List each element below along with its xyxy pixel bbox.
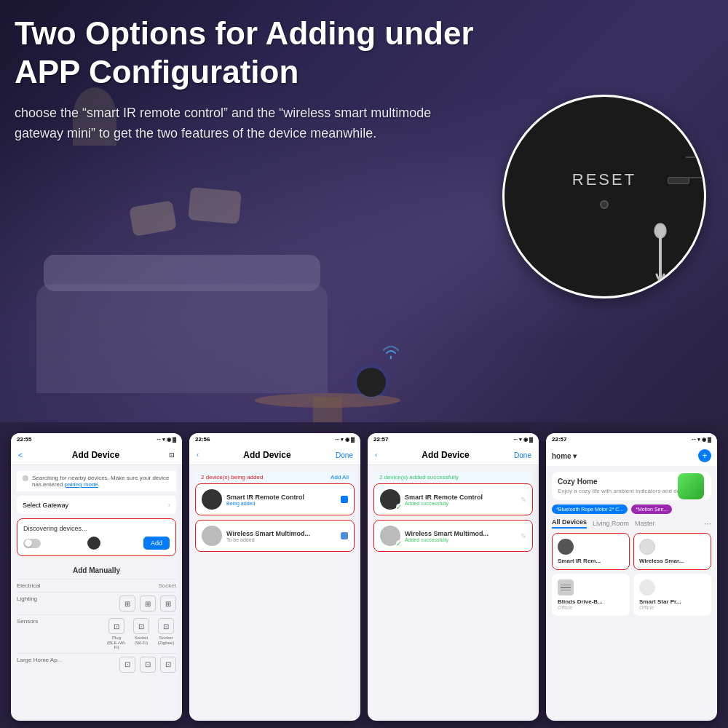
large-appliance-label: Large Home Ap... [17,657,62,663]
phone3-back-icon[interactable]: ‹ [375,451,377,459]
blinds-status: Offline [558,605,624,610]
phone1-scan[interactable]: ⊡ [169,451,175,459]
check-icon-1: ✓ [396,504,402,511]
phone2-adding-text: 2 device(s) being added [201,474,263,480]
discovering-text: Discovering devices... [23,525,170,532]
wireless-smart-icon [639,539,655,555]
light-icon-1[interactable]: ⊞ [119,596,135,612]
sensors-items: ⊡ Plug (BLE+Wi-Fi) ⊡ Socket (Wi-Fi) ⊡ So… [106,618,176,650]
chevron-right-icon: › [168,501,170,509]
phone-4: 22:57 ··· ▾ ◉ ▓ home ▾ + Cozy Home Enjoy… [546,433,717,721]
scene-thumbnail [678,473,704,499]
toggle-switch[interactable] [23,539,41,548]
phone3-device-2[interactable]: ✓ Wireless Smart Multimod... Added succe… [373,520,533,552]
smart-star-name: Smart Star Pr... [639,598,705,605]
socket-wifi-icon: ⊡ [133,618,149,634]
home-location[interactable]: home ▾ [552,452,577,460]
phone3-done[interactable]: Done [514,451,531,459]
socket-wifi-item[interactable]: ⊡ Socket (Wi-Fi) [131,618,151,650]
phone3-device-1-status: Added successfully [405,501,516,506]
smart-ir-card[interactable]: Smart IR Rem... [552,533,630,570]
smart-ir-icon [558,539,574,555]
phone1-select-gateway[interactable]: Select Gateway › [17,496,176,514]
page-title: Two Options for Adding under APP Configu… [15,15,480,92]
phone3-status-bar: 22:57 ··· ▾ ◉ ▓ [368,433,539,446]
pin-icon [638,216,682,289]
plug-ble-label: Plug (BLE+Wi-Fi) [106,636,127,650]
phone3-device-1-icon-wrap: ✓ [380,489,400,510]
tab-all-devices[interactable]: All Devices [552,518,587,529]
filter-chips: *Bluetooth Rope Motor 2* C... *Motion Se… [552,505,711,514]
phone2-device-2[interactable]: Wireless Smart Multimod... To be added [195,520,355,552]
phone3-device-1[interactable]: ✓ Smart IR Remote Control Added successf… [373,483,533,515]
phone2-back-icon[interactable]: ‹ [197,451,199,459]
tab-master[interactable]: Master [635,520,655,527]
phone-2: 22:56 ··· ▾ ◉ ▓ ‹ Add Device Done 2 devi… [189,433,360,721]
socket-zigbee-item[interactable]: ⊡ Socket (Zigbee) [156,618,176,650]
blinds-card[interactable]: Blinds Drive-B... Offline [552,574,630,616]
phone2-header: ‹ Add Device Done [189,446,360,465]
phone1-back[interactable]: < [18,451,23,459]
edit-icon-2[interactable]: ✎ [521,532,526,540]
phone4-status-icons: ··· ▾ ◉ ▓ [692,437,711,443]
phone1-title: Add Device [72,450,119,460]
smart-device [357,368,386,397]
lighting-label: Lighting [17,596,46,602]
device-2-status: To be added [226,537,336,542]
phone4-time: 22:57 [552,436,566,443]
motion-sensor-chip[interactable]: *Motion Sen... [631,505,672,514]
phone2-status-bar: 22:56 ··· ▾ ◉ ▓ [189,433,360,446]
light-icon-2[interactable]: ⊞ [140,596,156,612]
wifi-icon [379,339,404,364]
phone2-content: 2 device(s) being added Add All Smart IR… [189,465,360,562]
light-icon-3[interactable]: ⊞ [160,596,176,612]
page-subtitle: choose the “smart IR remote control” and… [15,103,480,145]
select-gateway-label: Select Gateway [23,502,68,509]
phone3-device-2-status: Added successfully [405,537,516,542]
socket-zigbee-icon: ⊡ [158,618,174,634]
phone3-device-2-icon-wrap: ✓ [380,526,400,546]
add-device-plus[interactable]: + [698,449,711,462]
phone2-device-1[interactable]: Smart IR Remote Control Being added [195,483,355,515]
plug-ble-item[interactable]: ⊡ Plug (BLE+Wi-Fi) [106,618,127,650]
text-overlay: Two Options for Adding under APP Configu… [15,15,480,144]
phone3-success-text: 2 device(s) added successfully [379,474,459,480]
device-1-action [341,496,348,503]
lighting-category: Lighting ⊞ ⊞ ⊞ [17,592,176,614]
wireless-smart-card[interactable]: Wireless Smar... [633,533,711,570]
more-tabs-icon[interactable]: ··· [704,518,711,529]
bluetooth-motor-chip[interactable]: *Bluetooth Rope Motor 2* C... [552,505,628,514]
edit-icon-1[interactable]: ✎ [521,496,526,504]
smart-star-card[interactable]: Smart Star Pr... Offline [633,574,711,616]
pairing-link[interactable]: pairing mode [64,481,98,488]
sensors-category: Sensors ⊡ Plug (BLE+Wi-Fi) ⊡ Socket (Wi-… [17,614,176,653]
device-2-action [341,532,348,539]
wireless-smart-name: Wireless Smar... [639,558,705,564]
phone2-done[interactable]: Done [336,451,353,459]
phone3-status-icons: ··· ▾ ◉ ▓ [513,437,533,443]
device-2-name: Wireless Smart Multimod... [226,530,336,537]
check-icon-2: ✓ [396,540,402,547]
tab-living-room[interactable]: Living Room [593,520,629,527]
magnifier-circle: RESET [502,95,706,298]
phone4-home-header: home ▾ + [546,446,717,466]
large-appliance-category: Large Home Ap... ⊡ ⊡ ⊡ [17,653,176,676]
phone3-header: ‹ Add Device Done [368,446,539,465]
phones-section: 22:55 ··· ▾ ◉ ▓ < Add Device ⊡ Searching… [0,422,728,728]
device-2-icon [202,526,222,546]
smart-star-icon [639,579,655,596]
reset-hole [600,200,609,209]
phone1-time: 22:55 [17,436,31,443]
add-button[interactable]: Add [143,537,170,550]
device-1-icon [202,489,222,510]
lighting-items: ⊞ ⊞ ⊞ [119,596,176,612]
add-all-button[interactable]: Add All [331,474,349,480]
search-dot [23,475,28,481]
large-icon-2[interactable]: ⊡ [140,657,156,673]
toggle-add-row: Add [23,537,170,550]
large-icon-3[interactable]: ⊡ [160,657,176,673]
phone3-device-1-name: Smart IR Remote Control [405,494,516,501]
scene-card[interactable]: Cozy Home Enjoy a cozy life with ambient… [552,472,711,500]
large-icon-1[interactable]: ⊡ [119,657,135,673]
phone-1: 22:55 ··· ▾ ◉ ▓ < Add Device ⊡ Searching… [11,433,182,721]
